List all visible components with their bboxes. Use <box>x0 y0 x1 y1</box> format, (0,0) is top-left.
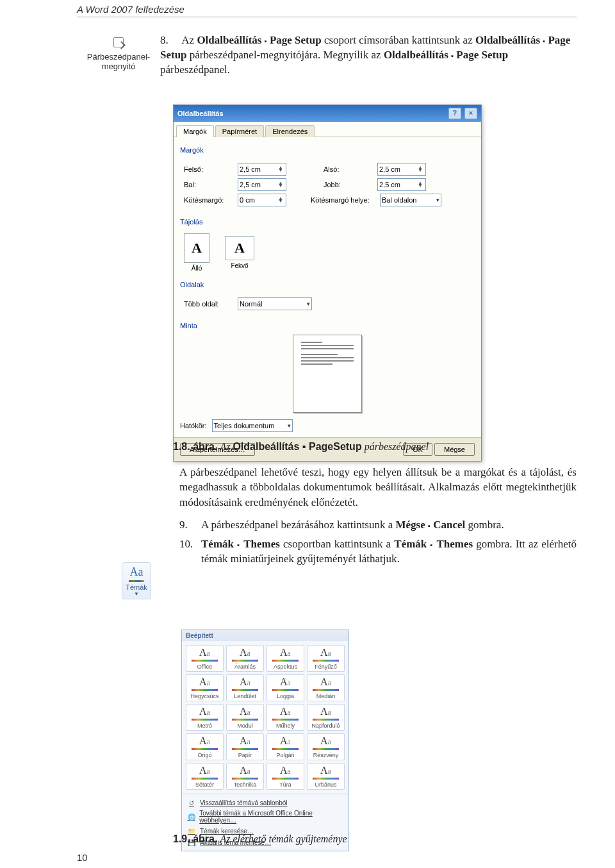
section-pages-label: Oldalak <box>180 281 475 288</box>
header-rule <box>77 17 577 17</box>
dialog-titlebar[interactable]: Oldalbeállítás ? × <box>174 105 481 122</box>
multipage-select[interactable]: Normál▾ <box>238 297 312 310</box>
theme-swatch[interactable]: AaLoggia <box>266 674 304 701</box>
intro-paragraph: 8. Az Oldalbeállítás ▪ Page Setup csopor… <box>160 33 577 78</box>
top-input[interactable]: 2,5 cm▲▼ <box>238 163 286 176</box>
themes-aa-icon: Aa <box>122 565 151 579</box>
gutter-label: Kötésmargó: <box>184 196 233 204</box>
figure-1-9-caption: 1.9. ábra. Az elérhető témák gyűjteménye <box>173 833 347 845</box>
gutter-input[interactable]: 0 cm▲▼ <box>238 194 286 206</box>
theme-swatch[interactable]: AaNapforduló <box>307 704 345 731</box>
section-orientation-label: Tájolás <box>180 218 475 226</box>
section-preview-label: Minta <box>180 322 475 330</box>
theme-swatch[interactable]: AaMűhely <box>266 704 304 731</box>
dialog-launcher-label: Párbeszédpanel-megnyitó <box>87 52 150 71</box>
orientation-portrait[interactable]: A Álló <box>184 233 209 272</box>
close-icon[interactable]: × <box>464 108 477 119</box>
theme-swatch[interactable]: AaModul <box>226 704 264 731</box>
applyto-label: Hatókör: <box>180 422 207 430</box>
page-number: 10 <box>77 852 88 863</box>
theme-swatch[interactable]: AaRészvény <box>307 733 345 760</box>
globe-icon: 🌐 <box>187 812 195 821</box>
gutter-pos-label: Kötésmargó helye: <box>311 196 375 204</box>
gutter-pos-select[interactable]: Bal oldalon▾ <box>380 194 441 206</box>
running-header: A Word 2007 felfedezése <box>77 4 184 15</box>
main-text: A párbeszédpanel lehetővé teszi, hogy eg… <box>179 465 577 571</box>
theme-swatch[interactable]: AaUrbánus <box>307 763 345 790</box>
step-number: 8. <box>160 33 179 48</box>
theme-swatch[interactable]: AaTúra <box>266 763 304 790</box>
tab-margins[interactable]: Margók <box>176 125 214 137</box>
theme-swatch[interactable]: AaSétatér <box>186 763 224 790</box>
dialog-launcher-info: Párbeszédpanel-megnyitó <box>77 37 160 71</box>
theme-swatch[interactable]: AaMetró <box>186 704 224 731</box>
applyto-select[interactable]: Teljes dokumentum▾ <box>212 419 293 432</box>
section-margins-label: Margók <box>180 146 475 154</box>
step-9-text: A párbeszédpanel bezárásához kattintsunk… <box>201 517 577 532</box>
step-10-num: 10. <box>179 537 201 567</box>
bottom-input[interactable]: 2,5 cm▲▼ <box>377 163 426 176</box>
theme-swatch[interactable]: AaMedián <box>307 674 345 701</box>
reset-icon: ↺ <box>187 798 196 807</box>
theme-swatch[interactable]: AaÁramlás <box>226 645 264 672</box>
left-input[interactable]: 2,5 cm▲▼ <box>238 178 286 191</box>
gallery-header: Beépített <box>182 630 348 641</box>
theme-swatch[interactable]: AaTechnika <box>226 763 264 790</box>
left-label: Bal: <box>184 181 233 188</box>
page-preview <box>293 335 362 413</box>
dialog-launcher-icon <box>113 37 124 47</box>
right-input[interactable]: 2,5 cm▲▼ <box>377 178 426 191</box>
theme-swatch[interactable]: AaOffice <box>186 645 224 672</box>
dialog-body: Margók Felső: 2,5 cm▲▼ Alsó: 2,5 cm▲▼ Ba… <box>174 137 481 437</box>
right-label: Jobb: <box>324 181 372 188</box>
orientation-landscape[interactable]: A Fekvő <box>225 233 254 272</box>
intro-block: Párbeszédpanel-megnyitó 8. Az Oldalbeáll… <box>77 33 577 78</box>
themes-label: Témák <box>122 583 151 591</box>
gallery-grid: AaOfficeAaÁramlásAaAspektusAaFényűzőAaHe… <box>182 641 348 794</box>
theme-swatch[interactable]: AaPolgári <box>266 733 304 760</box>
tab-paper[interactable]: Papírméret <box>215 125 264 137</box>
cancel-button[interactable]: Mégse <box>434 443 475 456</box>
tab-layout[interactable]: Elrendezés <box>265 125 315 137</box>
bottom-label: Alsó: <box>324 165 372 173</box>
reset-from-template-link[interactable]: ↺Visszaállítás témává sablonból <box>183 797 347 808</box>
dialog-tabs: Margók Papírméret Elrendezés <box>174 122 481 137</box>
figure-1-8-caption: 1.8. ábra. Az Oldalbeállítás ▪ PageSetup… <box>173 441 429 453</box>
themes-gallery[interactable]: Beépített AaOfficeAaÁramlásAaAspektusAaF… <box>181 630 349 851</box>
dialog-title-text: Oldalbeállítás <box>177 110 224 117</box>
theme-swatch[interactable]: AaLendület <box>226 674 264 701</box>
themes-ribbon-button[interactable]: Aa Témák ▼ <box>122 562 151 599</box>
top-label: Felső: <box>184 165 233 173</box>
help-icon[interactable]: ? <box>448 108 461 119</box>
step-10-text: Témák ▪ Themes csoportban kattintsunk a … <box>201 537 577 567</box>
theme-swatch[interactable]: AaFényűző <box>307 645 345 672</box>
themes-color-strip <box>129 580 144 582</box>
theme-swatch[interactable]: AaHegycsúcs <box>186 674 224 701</box>
theme-swatch[interactable]: AaOrigó <box>186 733 224 760</box>
step-9-num: 9. <box>179 517 201 532</box>
page-setup-dialog[interactable]: Oldalbeállítás ? × Margók Papírméret Elr… <box>173 104 482 462</box>
more-themes-online-link[interactable]: 🌐További témák a Microsoft Office Online… <box>183 808 347 825</box>
chevron-down-icon: ▼ <box>122 591 151 597</box>
multipage-label: Több oldal: <box>184 300 233 308</box>
paragraph-explanation: A párbeszédpanel lehetővé teszi, hogy eg… <box>179 465 577 510</box>
theme-swatch[interactable]: AaPapír <box>226 733 264 760</box>
theme-swatch[interactable]: AaAspektus <box>266 645 304 672</box>
